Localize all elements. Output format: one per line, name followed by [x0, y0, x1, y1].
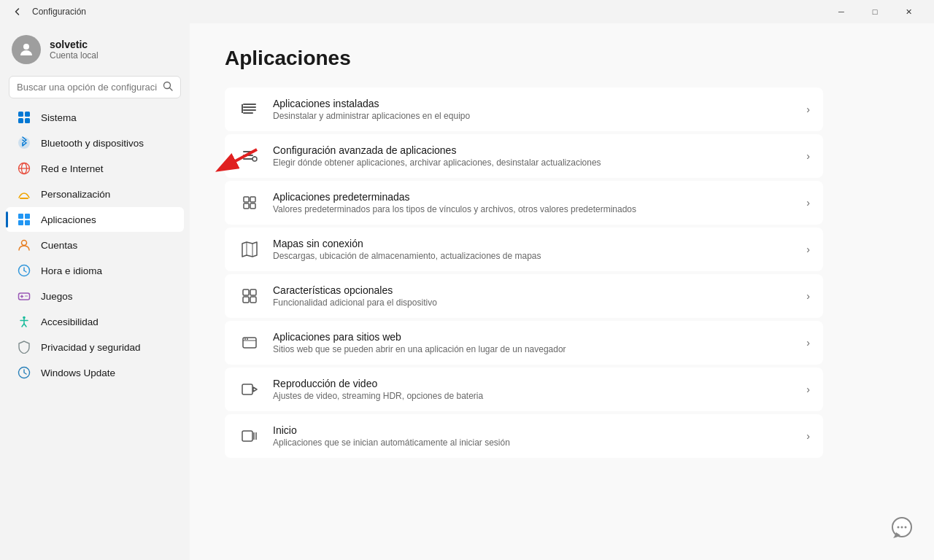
- chat-icon[interactable]: [887, 513, 916, 542]
- web-icon: [238, 331, 261, 354]
- sidebar-item-bluetooth[interactable]: Bluetooth y dispositivos: [6, 131, 184, 155]
- svg-rect-43: [250, 197, 255, 202]
- red-icon: [18, 162, 31, 175]
- settings-item-desc: Desinstalar y administrar aplicaciones e…: [273, 111, 795, 121]
- settings-item-title: Reproducción de video: [273, 378, 795, 389]
- user-section[interactable]: solvetic Cuenta local: [0, 23, 190, 76]
- svg-rect-39: [243, 158, 253, 160]
- sidebar-item-personalizacion[interactable]: Personalización: [6, 182, 184, 206]
- cuentas-icon: [18, 238, 31, 252]
- settings-item-desc: Valores predeterminados para los tipos d…: [273, 204, 795, 214]
- svg-point-16: [22, 241, 27, 246]
- settings-item-desc: Funcionalidad adicional para el disposit…: [273, 298, 795, 308]
- svg-rect-59: [242, 431, 252, 441]
- svg-rect-14: [18, 220, 23, 225]
- settings-item-desc: Ajustes de video, streaming HDR, opcione…: [273, 391, 795, 401]
- chevron-icon: ›: [806, 430, 810, 442]
- sidebar-nav: Sistema Bluetooth y dispositivos: [0, 104, 190, 386]
- svg-rect-15: [25, 220, 30, 225]
- search-input[interactable]: [17, 82, 157, 93]
- svg-line-19: [24, 271, 26, 272]
- close-button[interactable]: ✕: [892, 0, 925, 23]
- settings-item-text: Aplicaciones predeterminadas Valores pre…: [273, 191, 795, 214]
- user-name: solvetic: [50, 39, 99, 50]
- titlebar: Configuración ─ □ ✕: [0, 0, 934, 23]
- svg-rect-34: [243, 109, 256, 111]
- svg-rect-49: [243, 289, 249, 295]
- chevron-icon: ›: [806, 384, 810, 395]
- sidebar-item-juegos[interactable]: Juegos: [6, 284, 184, 308]
- settings-item-inicio[interactable]: Inicio Aplicaciones que se inician autom…: [225, 414, 823, 458]
- sidebar-item-red[interactable]: Red e Internet: [6, 156, 184, 181]
- settings-item-video[interactable]: Reproducción de video Ajustes de video, …: [225, 368, 823, 411]
- window-title: Configuración: [32, 7, 825, 17]
- svg-rect-50: [250, 289, 256, 295]
- settings-item-sitios-web[interactable]: Aplicaciones para sitios web Sitios web …: [225, 321, 823, 365]
- svg-rect-5: [18, 118, 23, 123]
- settings-item-instaladas[interactable]: Aplicaciones instaladas Desinstalar y ad…: [225, 88, 823, 131]
- settings-item-desc: Aplicaciones que se inician automáticame…: [273, 438, 795, 448]
- svg-rect-6: [25, 118, 30, 123]
- sidebar-item-label: Personalización: [41, 189, 110, 200]
- minimize-button[interactable]: ─: [825, 0, 858, 23]
- settings-item-text: Inicio Aplicaciones que se inician autom…: [273, 424, 795, 448]
- svg-point-63: [898, 526, 900, 529]
- maximize-button[interactable]: □: [858, 0, 892, 23]
- settings-list: Aplicaciones instaladas Desinstalar y ad…: [225, 88, 823, 458]
- settings-item-desc: Sitios web que se pueden abrir en una ap…: [273, 344, 795, 354]
- chevron-icon: ›: [806, 337, 810, 349]
- search-box[interactable]: [9, 76, 181, 98]
- back-button[interactable]: [9, 3, 26, 20]
- sidebar-item-aplicaciones[interactable]: Aplicaciones: [6, 207, 184, 232]
- sidebar-item-hora[interactable]: Hora e idioma: [6, 258, 184, 283]
- settings-item-title: Aplicaciones para sitios web: [273, 331, 795, 343]
- svg-rect-51: [243, 297, 249, 303]
- settings-item-caracteristicas[interactable]: Características opcionales Funcionalidad…: [225, 274, 823, 318]
- sistema-icon: [18, 111, 31, 124]
- svg-rect-13: [25, 214, 30, 219]
- settings-item-title: Características opcionales: [273, 284, 795, 296]
- sidebar-item-label: Privacidad y seguridad: [41, 342, 141, 353]
- svg-line-2: [170, 88, 173, 91]
- svg-point-23: [25, 295, 26, 297]
- video-icon: [238, 378, 261, 401]
- sidebar-item-update[interactable]: Windows Update: [6, 360, 184, 385]
- sidebar-item-label: Hora e idioma: [41, 265, 102, 276]
- settings-item-config-avanzada[interactable]: Configuración avanzada de aplicaciones E…: [225, 134, 823, 178]
- svg-line-29: [24, 324, 26, 327]
- bluetooth-icon: [18, 136, 31, 149]
- settings-item-mapas[interactable]: Mapas sin conexión Descargas, ubicación …: [225, 228, 823, 271]
- settings-item-desc: Descargas, ubicación de almacenamiento, …: [273, 251, 795, 261]
- sidebar-item-privacidad[interactable]: Privacidad y seguridad: [6, 335, 184, 359]
- startup-icon: [238, 424, 261, 448]
- chevron-icon: ›: [806, 197, 810, 209]
- sidebar: solvetic Cuenta local: [0, 23, 190, 560]
- sidebar-item-label: Red e Internet: [41, 163, 104, 174]
- sidebar-item-accesibilidad[interactable]: Accesibilidad: [6, 309, 184, 334]
- avatar: [12, 35, 41, 64]
- settings-item-text: Reproducción de video Ajustes de video, …: [273, 378, 795, 401]
- settings-item-predeterminadas[interactable]: Aplicaciones predeterminadas Valores pre…: [225, 181, 823, 225]
- sidebar-item-label: Windows Update: [41, 368, 115, 378]
- svg-marker-46: [242, 242, 257, 257]
- svg-rect-52: [250, 297, 256, 303]
- list-icon: [238, 98, 261, 121]
- update-icon: [18, 366, 31, 379]
- svg-point-24: [26, 295, 28, 297]
- chevron-icon: ›: [806, 150, 810, 162]
- svg-rect-44: [244, 203, 249, 209]
- sidebar-item-label: Bluetooth y dispositivos: [41, 138, 144, 149]
- svg-rect-35: [243, 112, 253, 114]
- settings-item-text: Mapas sin conexión Descargas, ubicación …: [273, 238, 795, 261]
- svg-point-65: [905, 526, 907, 529]
- search-icon: [163, 81, 173, 93]
- sidebar-item-sistema[interactable]: Sistema: [6, 105, 184, 130]
- sidebar-item-cuentas[interactable]: Cuentas: [6, 233, 184, 257]
- sidebar-item-label: Sistema: [41, 112, 77, 123]
- sidebar-item-label: Accesibilidad: [41, 316, 99, 327]
- chevron-icon: ›: [806, 290, 810, 302]
- svg-rect-33: [243, 106, 256, 108]
- svg-point-56: [247, 338, 248, 340]
- svg-point-64: [901, 526, 903, 529]
- settings-item-text: Características opcionales Funcionalidad…: [273, 284, 795, 308]
